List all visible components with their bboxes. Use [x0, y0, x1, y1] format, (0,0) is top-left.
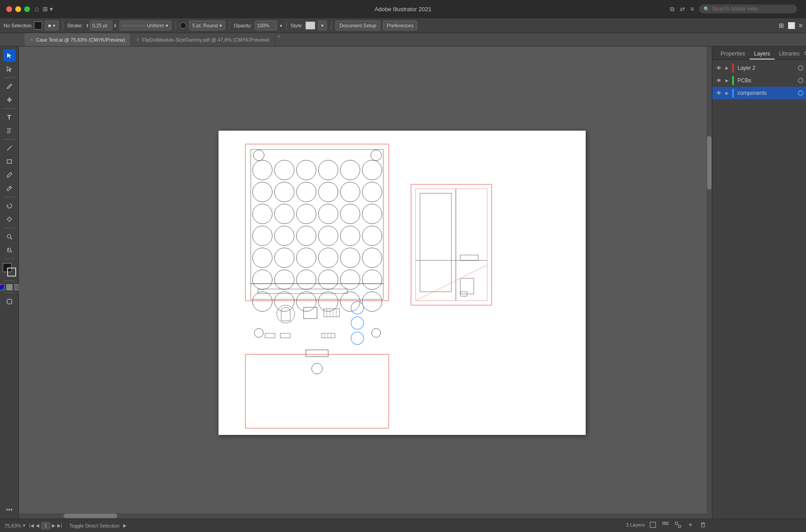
layer-arrow-1[interactable]: ▶: [724, 78, 729, 83]
status-bar: 75,63% ▾ |◀ ◀ 1 ▶ ▶| Toggle Direct Selec…: [0, 519, 806, 532]
zoom-tool[interactable]: [3, 230, 16, 243]
pencil-tool[interactable]: [3, 182, 16, 195]
svg-point-50: [340, 270, 360, 289]
layer-name-2: components: [737, 90, 767, 96]
zoom-down-arrow[interactable]: ▾: [23, 523, 26, 528]
vertical-scrollbar[interactable]: [707, 47, 712, 519]
layer-circle-0[interactable]: [798, 65, 803, 71]
rotate-tool[interactable]: [3, 200, 16, 212]
arrange-panels-icon[interactable]: ⊞: [779, 22, 784, 29]
nav-next-btn[interactable]: ▶: [52, 523, 56, 528]
svg-rect-59: [258, 289, 347, 294]
gradient-icon[interactable]: [6, 284, 13, 290]
main-area: T: [0, 47, 806, 519]
artboard-tool[interactable]: [3, 295, 16, 308]
minimize-button[interactable]: [15, 6, 21, 12]
rect-tool[interactable]: [3, 155, 16, 168]
arrange-icon[interactable]: ⧉: [670, 5, 674, 13]
fill-color[interactable]: [34, 21, 42, 30]
stroke-up-icon[interactable]: ⬆: [86, 23, 89, 28]
layer-circle-2[interactable]: [798, 90, 803, 96]
panel-tabs: Properties Layers Libraries ≡: [712, 47, 806, 60]
nav-prev-btn[interactable]: ◀: [36, 523, 39, 528]
toggle-arrow[interactable]: ▶: [123, 523, 127, 528]
layer-arrow-0[interactable]: ▶: [724, 65, 729, 71]
layer-arrow-2[interactable]: ▶: [724, 90, 729, 96]
layer-item-0[interactable]: 👁 ▶ Layer 2: [712, 62, 806, 74]
paintbrush-tool[interactable]: [3, 169, 16, 181]
brush-dropdown[interactable]: 5 pt. Round ▾: [189, 21, 225, 30]
top-left-panel: [245, 144, 389, 345]
svg-point-36: [296, 226, 316, 246]
direct-selection-tool[interactable]: [3, 63, 16, 75]
svg-rect-83: [460, 255, 478, 260]
style-color[interactable]: [305, 21, 315, 30]
menu-icon[interactable]: ≡: [690, 5, 694, 13]
stroke-down-icon[interactable]: ⬇: [113, 23, 117, 28]
screen-mode-icon[interactable]: ⬜: [788, 22, 795, 29]
layers-delete-btn[interactable]: [699, 520, 707, 529]
svg-point-89: [312, 363, 322, 374]
close-button[interactable]: [6, 6, 12, 12]
tab-label-0: Case Test.ai @ 75,63% (CMYK/Preview): [36, 37, 125, 43]
tab-close-0[interactable]: ×: [30, 37, 33, 43]
layers-add-btn[interactable]: +: [686, 520, 695, 529]
selection-tool[interactable]: [3, 49, 16, 62]
page-number[interactable]: 1: [41, 522, 50, 529]
stroke-dropdown[interactable]: Uniform ▾: [120, 21, 172, 30]
tab-properties[interactable]: Properties: [716, 49, 750, 60]
stroke-input[interactable]: 0,25 pt: [90, 21, 112, 30]
nav-last-btn[interactable]: ▶|: [57, 523, 62, 528]
layer-item-1[interactable]: 👁 ▶ PCBs: [712, 74, 806, 87]
exchange-icon[interactable]: ⇄: [680, 5, 685, 13]
stroke-box[interactable]: [7, 268, 16, 277]
svg-point-45: [362, 248, 382, 268]
svg-rect-7: [7, 299, 12, 304]
layer-eye-1[interactable]: 👁: [715, 77, 722, 84]
opacity-input[interactable]: 100%: [255, 21, 277, 30]
layers-icon-2[interactable]: [661, 520, 670, 529]
fill-dropdown[interactable]: ■ ▾: [45, 21, 59, 30]
type-tool[interactable]: T: [3, 111, 16, 123]
anchor-tool[interactable]: [3, 94, 16, 106]
vscroll-thumb[interactable]: [707, 136, 712, 190]
nav-first-btn[interactable]: |◀: [29, 523, 34, 528]
search-input[interactable]: [712, 6, 793, 12]
tab-0[interactable]: × Case Test.ai @ 75,63% (CMYK/Preview): [25, 33, 131, 46]
preferences-button[interactable]: Preferences: [383, 21, 417, 30]
layers-icon-1[interactable]: [648, 520, 657, 529]
stroke-value-wrap: ⬆ 0,25 pt ⬇: [86, 21, 117, 30]
tab-layers[interactable]: Layers: [750, 49, 775, 60]
more-tools[interactable]: •••: [3, 503, 16, 519]
svg-point-24: [296, 182, 316, 202]
layer-item-2[interactable]: 👁 ▶ components: [712, 87, 806, 99]
tab-close-1[interactable]: ×: [136, 37, 139, 43]
style-dropdown[interactable]: ▾: [318, 21, 327, 30]
hand-tool[interactable]: [3, 244, 16, 256]
color-icon[interactable]: [0, 284, 4, 290]
layer-circle-1[interactable]: [798, 78, 803, 83]
tab-libraries[interactable]: Libraries: [775, 49, 804, 60]
color-wrap: [3, 263, 16, 277]
grid-icon[interactable]: ⊞ ▾: [43, 5, 53, 13]
maximize-button[interactable]: [24, 6, 30, 12]
tab-overflow[interactable]: ›: [278, 33, 280, 46]
layers-icon-3[interactable]: [673, 520, 682, 529]
layer-eye-0[interactable]: 👁: [715, 64, 722, 72]
opacity-arrow[interactable]: ▾: [280, 23, 282, 28]
document-setup-button[interactable]: Document Setup: [335, 21, 380, 30]
tool-sep-7: [4, 281, 15, 281]
layer-eye-2[interactable]: 👁: [715, 89, 722, 97]
touch-type-tool[interactable]: [3, 124, 16, 137]
home-icon[interactable]: ⌂: [34, 5, 39, 13]
scale-tool[interactable]: [3, 213, 16, 226]
svg-line-6: [10, 238, 12, 239]
panel-menu-icon[interactable]: ≡: [804, 47, 806, 60]
stroke-line: [123, 25, 145, 26]
tab-1[interactable]: × FlipDotModule-SizeDummy.pdf @ 47,8% (C…: [131, 33, 275, 46]
line-tool[interactable]: [3, 142, 16, 154]
overflow-icon[interactable]: ≡: [799, 22, 802, 29]
hscroll-thumb[interactable]: [64, 514, 117, 518]
pen-tool[interactable]: [3, 80, 16, 93]
horizontal-scrollbar[interactable]: [19, 513, 707, 519]
